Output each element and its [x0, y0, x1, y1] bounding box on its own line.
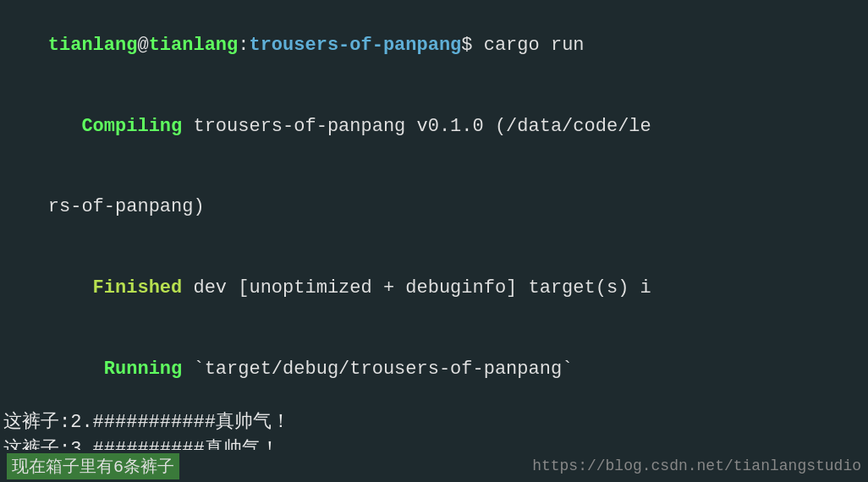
running-label: Running: [48, 359, 182, 380]
prompt-command: cargo run: [484, 35, 585, 56]
terminal: tianlang@tianlang:trousers-of-panpang$ c…: [0, 0, 868, 482]
prompt-path: trousers-of-panpang: [249, 35, 461, 56]
finished-label: Finished: [48, 277, 182, 299]
compiling-label: Compiling: [48, 116, 182, 137]
compiling-text2: rs-of-panpang): [48, 196, 205, 217]
finished-text: dev [unoptimized + debuginfo] target(s) …: [182, 277, 651, 299]
output-line: 这裤子:2.###########真帅气！: [0, 409, 868, 436]
status-right: https://blog.csdn.net/tianlangstudio: [532, 457, 861, 474]
status-bar: 现在箱子里有6条裤子 https://blog.csdn.net/tianlan…: [0, 450, 868, 482]
status-left: 现在箱子里有6条裤子: [7, 453, 179, 479]
compiling-line: Compiling trousers-of-panpang v0.1.0 (/d…: [0, 86, 868, 167]
prompt-user: tianlang: [48, 35, 138, 56]
running-line: Running `target/debug/trousers-of-panpan…: [0, 329, 868, 410]
prompt-line: tianlang@tianlang:trousers-of-panpang$ c…: [0, 5, 868, 86]
compiling-continuation: rs-of-panpang): [0, 167, 868, 248]
compiling-text: trousers-of-panpang v0.1.0 (/data/code/l…: [182, 116, 651, 137]
prompt-host: tianlang: [149, 35, 239, 56]
running-text: `target/debug/trousers-of-panpang`: [182, 359, 573, 380]
finished-line: Finished dev [unoptimized + debuginfo] t…: [0, 248, 868, 329]
